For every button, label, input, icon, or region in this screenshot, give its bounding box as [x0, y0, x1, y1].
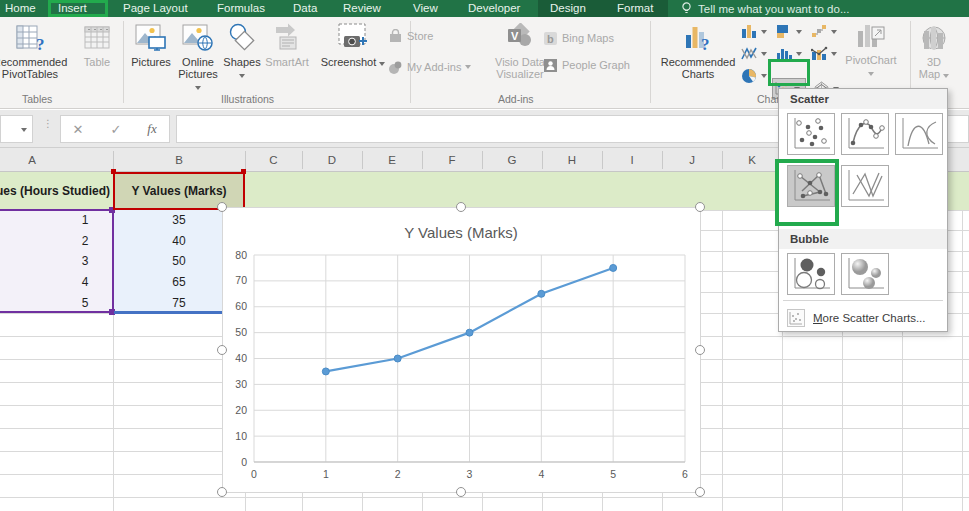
chart-resize-handle[interactable] — [456, 487, 466, 497]
chart-resize-handle[interactable] — [217, 202, 227, 212]
shapes-dropdown-caret[interactable] — [239, 74, 245, 78]
b1-handle-left[interactable] — [111, 169, 116, 174]
column-boundary[interactable] — [362, 151, 363, 169]
column-header-B[interactable]: B — [113, 148, 245, 172]
ribbon-tab-view[interactable]: View — [413, 0, 438, 17]
column-boundary[interactable] — [542, 151, 543, 169]
chart-resize-handle[interactable] — [217, 487, 227, 497]
cell-a4[interactable]: 3 — [60, 251, 110, 271]
column-header-D[interactable]: D — [302, 148, 362, 172]
chart-resize-handle[interactable] — [695, 487, 705, 497]
menu-icon-bubble[interactable] — [787, 253, 835, 295]
ribbon-tab-home[interactable]: Home — [5, 0, 36, 17]
cell-a5[interactable]: 4 — [60, 271, 110, 292]
name-box[interactable] — [0, 115, 33, 143]
visio-label-line2: Visualizer — [496, 68, 544, 80]
cancel-button[interactable]: ✕ — [65, 115, 91, 143]
recommended-charts-button[interactable]: ? Recommended Charts — [655, 19, 741, 105]
my-addins-button[interactable]: My Add-ins — [388, 59, 471, 75]
chart-resize-handle[interactable] — [695, 202, 705, 212]
ribbon-tab-page-layout[interactable]: Page Layout — [123, 0, 188, 17]
column-header-H[interactable]: H — [542, 148, 602, 172]
ribbon-tab-formulas[interactable]: Formulas — [217, 0, 265, 17]
embedded-chart[interactable]: 010203040506070800123456Y Values (Marks) — [222, 207, 701, 493]
column-header-G[interactable]: G — [482, 148, 542, 172]
insert-hierarchy-chart-button[interactable] — [810, 21, 844, 42]
ribbon-tab-insert[interactable]: Insert — [58, 0, 87, 17]
more-scatter-charts-item[interactable]: More Scatter Charts... — [779, 305, 947, 331]
menu-icon-scatter[interactable] — [787, 113, 835, 155]
menu-icon-bubble-3d[interactable] — [841, 253, 889, 295]
menu-separator — [783, 300, 943, 301]
column-boundary[interactable] — [722, 151, 723, 169]
menu-icon-scatter-smooth-markers[interactable] — [841, 113, 889, 155]
hierarchy-chart-caret[interactable] — [831, 30, 837, 34]
ribbon-tab-review[interactable]: Review — [343, 0, 381, 17]
column-chart-caret[interactable] — [761, 30, 767, 34]
online-pictures-button[interactable]: Online Pictures — [175, 19, 221, 105]
menu-icon-scatter-straight[interactable] — [841, 165, 889, 207]
column-boundary[interactable] — [245, 151, 246, 169]
insert-statistic-chart-button[interactable] — [775, 43, 809, 64]
ribbon-tab-design[interactable]: Design — [550, 0, 586, 17]
formula-bar-splitter[interactable]: ⋮ — [43, 121, 46, 137]
menu-icon-scatter-straight-markers[interactable] — [787, 165, 835, 207]
tell-me-box[interactable]: Tell me what you want to do... — [681, 0, 850, 17]
online-pictures-icon — [182, 23, 214, 53]
pictures-button[interactable]: Pictures — [128, 19, 174, 105]
bar-chart-caret[interactable] — [796, 30, 802, 34]
chart-resize-handle[interactable] — [217, 345, 227, 355]
insert-pie-chart-button[interactable] — [740, 65, 774, 86]
column-boundary[interactable] — [662, 151, 663, 169]
insert-bar-chart-button[interactable] — [775, 21, 809, 42]
pivotchart-caret[interactable] — [868, 72, 874, 76]
menu-icon-scatter-smooth[interactable] — [895, 113, 943, 155]
statistic-chart-caret[interactable] — [796, 52, 802, 56]
name-box-caret[interactable] — [21, 128, 27, 132]
ribbon-tab-format[interactable]: Format — [617, 0, 653, 17]
cell-a1[interactable]: X Values (Hours Studied) — [0, 172, 110, 210]
column-boundary[interactable] — [302, 151, 303, 169]
3d-map-caret[interactable] — [943, 74, 949, 78]
bing-maps-button[interactable]: b Bing Maps — [543, 30, 614, 46]
screenshot-dropdown-caret[interactable] — [379, 62, 385, 66]
column-boundary[interactable] — [113, 151, 114, 169]
chart-resize-handle[interactable] — [695, 345, 705, 355]
ribbon-tab-developer[interactable]: Developer — [468, 0, 520, 17]
online-pictures-dropdown-caret[interactable] — [195, 86, 201, 90]
table-button[interactable]: Table — [76, 19, 118, 105]
b1-handle-right[interactable] — [241, 169, 246, 174]
column-header-I[interactable]: I — [602, 148, 662, 172]
column-header-A[interactable]: A — [0, 148, 113, 172]
screenshot-button[interactable]: Screenshot — [314, 19, 392, 105]
combo-chart-caret[interactable] — [831, 52, 837, 56]
pictures-label: Pictures — [131, 56, 171, 68]
pie-chart-caret[interactable] — [761, 74, 767, 78]
cell-a2[interactable]: 1 — [60, 210, 110, 230]
smartart-icon — [272, 23, 302, 53]
visio-icon: V — [504, 23, 536, 53]
line-chart-caret[interactable] — [761, 52, 767, 56]
enter-button[interactable]: ✓ — [103, 115, 129, 143]
column-boundary[interactable] — [602, 151, 603, 169]
column-header-J[interactable]: J — [662, 148, 722, 172]
column-header-F[interactable]: F — [422, 148, 482, 172]
column-header-K[interactable]: K — [722, 148, 782, 172]
column-header-E[interactable]: E — [362, 148, 422, 172]
pivotchart-icon — [856, 23, 886, 51]
insert-combo-chart-button[interactable] — [810, 43, 844, 64]
chart-resize-handle[interactable] — [456, 202, 466, 212]
insert-function-button[interactable]: fx — [139, 115, 165, 143]
insert-line-chart-button[interactable] — [740, 43, 774, 64]
column-header-C[interactable]: C — [245, 148, 302, 172]
insert-column-chart-button[interactable] — [740, 21, 774, 42]
my-addins-dropdown-caret[interactable] — [465, 65, 471, 69]
store-button[interactable]: Store — [388, 28, 433, 44]
b1-border-top — [113, 172, 245, 174]
cell-a3[interactable]: 2 — [60, 230, 110, 251]
ribbon-tab-data[interactable]: Data — [293, 0, 317, 17]
column-boundary[interactable] — [422, 151, 423, 169]
cell-a6[interactable]: 5 — [60, 292, 110, 313]
column-boundary[interactable] — [482, 151, 483, 169]
people-graph-button[interactable]: People Graph — [543, 57, 630, 73]
